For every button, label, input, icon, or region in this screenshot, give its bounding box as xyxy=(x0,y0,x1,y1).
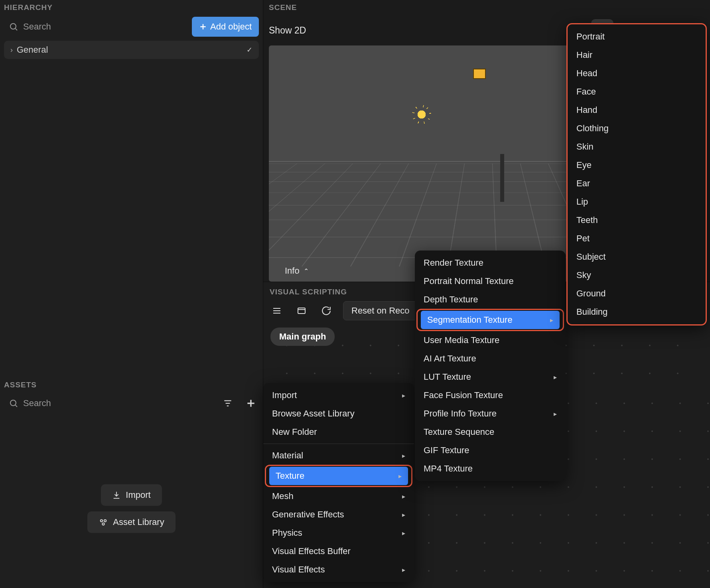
chevron-right-icon: › xyxy=(10,46,13,54)
menu-item-label: Segmentation Texture xyxy=(427,315,513,325)
main-graph-chip[interactable]: Main graph xyxy=(270,328,335,346)
info-toggle[interactable]: Info ⌃ xyxy=(285,266,309,276)
directional-light-icon[interactable] xyxy=(414,107,429,122)
assets-menu-item[interactable]: Generative Effects▸ xyxy=(263,505,414,524)
camera-gizmo[interactable] xyxy=(500,154,504,202)
hierarchy-search-input[interactable] xyxy=(23,22,182,32)
menu-separator xyxy=(263,444,414,444)
segmentation-menu-item[interactable]: Sky xyxy=(568,266,706,284)
chevron-up-icon: ⌃ xyxy=(304,267,309,275)
chevron-right-icon: ▸ xyxy=(554,373,557,381)
assets-menu-item[interactable]: Visual Effects▸ xyxy=(263,560,414,579)
menu-item-label: Import xyxy=(272,390,297,401)
texture-menu-item[interactable]: User Media Texture xyxy=(415,331,566,349)
menu-item-label: Texture Sequence xyxy=(424,427,494,437)
menu-item-label: Building xyxy=(576,307,607,317)
hierarchy-item-label: General xyxy=(17,45,243,55)
show-2d-button[interactable]: Show 2D xyxy=(269,25,583,36)
context-menu-assets: Import▸Browse Asset LibraryNew FolderMat… xyxy=(263,383,414,582)
search-icon xyxy=(9,399,18,408)
window-icon[interactable] xyxy=(294,303,310,319)
segmentation-menu-item[interactable]: Lip xyxy=(568,193,706,211)
segmentation-menu-item[interactable]: Skin xyxy=(568,138,706,156)
texture-menu-item[interactable]: Profile Info Texture▸ xyxy=(415,404,566,423)
menu-item-label: Texture xyxy=(276,471,304,481)
chevron-right-icon: ▸ xyxy=(554,410,557,418)
highlight-outline: Texture▸ xyxy=(265,465,412,487)
chevron-right-icon: ▸ xyxy=(402,566,405,574)
menu-item-label: Visual Effects Buffer xyxy=(272,546,351,556)
menu-item-label: AI Art Texture xyxy=(424,353,476,364)
segmentation-menu-item[interactable]: Portrait xyxy=(568,28,706,46)
menu-item-label: LUT Texture xyxy=(424,372,471,382)
segmentation-menu-item[interactable]: Teeth xyxy=(568,211,706,229)
assets-search-input[interactable] xyxy=(23,398,211,408)
hierarchy-item-general[interactable]: › General ✓ xyxy=(4,41,259,59)
assets-menu-item[interactable]: Import▸ xyxy=(263,386,414,404)
menu-item-label: Depth Texture xyxy=(424,294,478,305)
add-object-label: Add object xyxy=(210,22,252,32)
filter-icon[interactable] xyxy=(220,395,236,411)
texture-menu-item[interactable]: Segmentation Texture▸ xyxy=(421,311,560,329)
assets-menu-item[interactable]: Material▸ xyxy=(263,446,414,465)
segmentation-menu-item[interactable]: Subject xyxy=(568,248,706,266)
texture-menu-item[interactable]: LUT Texture▸ xyxy=(415,368,566,386)
hierarchy-search[interactable] xyxy=(4,18,187,36)
assets-menu-item[interactable]: Physics▸ xyxy=(263,524,414,542)
assets-menu-item[interactable]: Mesh▸ xyxy=(263,487,414,505)
texture-menu-item[interactable]: Portrait Normal Texture xyxy=(415,272,566,290)
segmentation-menu-item[interactable]: Hand xyxy=(568,101,706,119)
segmentation-menu-item[interactable]: Building xyxy=(568,303,706,321)
texture-menu-item[interactable]: MP4 Texture xyxy=(415,460,566,478)
chevron-right-icon: ▸ xyxy=(402,529,405,537)
segmentation-menu-item[interactable]: Head xyxy=(568,64,706,83)
list-icon[interactable] xyxy=(269,303,285,319)
menu-item-label: Mesh xyxy=(272,491,294,501)
segmentation-menu-item[interactable]: Ear xyxy=(568,174,706,193)
assets-menu-item[interactable]: New Folder xyxy=(263,423,414,441)
svg-point-0 xyxy=(10,24,16,29)
texture-menu-item[interactable]: Depth Texture xyxy=(415,290,566,309)
segmentation-menu-item[interactable]: Ground xyxy=(568,284,706,303)
menu-item-label: Visual Effects xyxy=(272,564,325,575)
segmentation-menu-item[interactable]: Clothing xyxy=(568,119,706,138)
menu-item-label: Clothing xyxy=(576,123,609,134)
chevron-right-icon: ▸ xyxy=(398,472,402,480)
import-button[interactable]: Import xyxy=(101,484,162,506)
segmentation-menu-item[interactable]: Eye xyxy=(568,156,706,174)
menu-item-label: Skin xyxy=(576,142,594,152)
chevron-right-icon: ▸ xyxy=(402,493,405,500)
texture-menu-item[interactable]: Render Texture xyxy=(415,254,566,272)
highlight-outline: Segmentation Texture▸ xyxy=(416,309,564,331)
reset-on-reco-button[interactable]: Reset on Reco xyxy=(343,301,418,320)
assets-menu-item[interactable]: Browse Asset Library xyxy=(263,404,414,423)
segmentation-menu-item[interactable]: Face xyxy=(568,83,706,101)
assets-search[interactable] xyxy=(4,394,216,412)
segmentation-menu-item[interactable]: Pet xyxy=(568,229,706,248)
texture-menu-item[interactable]: Face Fusion Texture xyxy=(415,386,566,404)
texture-menu-item[interactable]: AI Art Texture xyxy=(415,349,566,368)
menu-item-label: Profile Info Texture xyxy=(424,408,497,419)
assets-panel: ASSETS Import Asset Li xyxy=(0,377,263,588)
add-object-button[interactable]: Add object xyxy=(192,17,259,37)
menu-item-label: Physics xyxy=(272,528,302,538)
refresh-icon[interactable] xyxy=(318,303,334,319)
assets-menu-item[interactable]: Texture▸ xyxy=(269,467,408,485)
menu-item-label: Hair xyxy=(576,50,592,60)
context-menu-segmentation: PortraitHairHeadFaceHandClothingSkinEyeE… xyxy=(566,23,707,326)
segmentation-menu-item[interactable]: Hair xyxy=(568,46,706,64)
menu-item-label: Eye xyxy=(576,160,592,170)
asset-library-button[interactable]: Asset Library xyxy=(87,511,175,533)
svg-point-22 xyxy=(101,520,103,522)
menu-item-label: User Media Texture xyxy=(424,335,499,345)
svg-line-1 xyxy=(16,29,17,30)
download-icon xyxy=(112,491,121,499)
assets-menu-item[interactable]: Visual Effects Buffer xyxy=(263,542,414,560)
chevron-right-icon: ▸ xyxy=(402,511,405,519)
checkmark-icon: ✓ xyxy=(247,45,252,54)
library-icon xyxy=(99,518,108,527)
texture-menu-item[interactable]: GIF Texture xyxy=(415,441,566,460)
menu-item-label: Ear xyxy=(576,178,590,189)
add-asset-icon[interactable] xyxy=(243,395,259,411)
texture-menu-item[interactable]: Texture Sequence xyxy=(415,423,566,441)
